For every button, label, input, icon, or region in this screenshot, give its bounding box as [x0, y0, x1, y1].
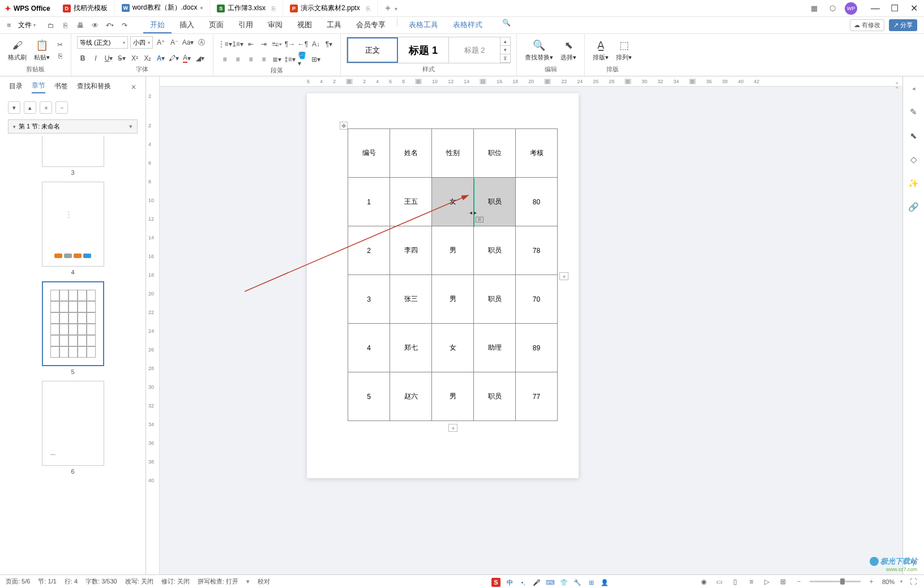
thumb-page-5[interactable]: [42, 281, 104, 366]
view-outline-icon[interactable]: ≡: [746, 577, 756, 587]
tab-view[interactable]: 视图: [290, 18, 319, 33]
link-tool-icon[interactable]: 🔗: [908, 201, 920, 213]
tab-review[interactable]: 审阅: [261, 18, 289, 33]
collapse-tool-icon[interactable]: ▾: [8, 101, 20, 114]
clear-format-icon[interactable]: Ⓐ: [196, 37, 207, 48]
tab-icon[interactable]: ⭾▾: [271, 38, 283, 50]
arrange-button[interactable]: ⬚排列▾: [614, 37, 634, 63]
add-row-button[interactable]: ＋: [448, 424, 457, 432]
outdent-icon[interactable]: ⇤: [245, 38, 256, 50]
table-cell[interactable]: 2: [348, 226, 390, 275]
table-cell[interactable]: 职员: [474, 372, 516, 421]
decrease-font-icon[interactable]: A⁻: [169, 37, 180, 48]
font-color-button[interactable]: A▾: [181, 53, 192, 64]
shape-tool-icon[interactable]: ◇: [908, 153, 920, 166]
new-tab-button[interactable]: ＋ ▾: [378, 0, 403, 16]
font-size-select[interactable]: 小四▾: [130, 36, 153, 49]
ime-keyboard-icon[interactable]: ⌨: [546, 578, 555, 587]
ime-skin-icon[interactable]: 👕: [559, 578, 568, 587]
ime-tool-icon[interactable]: 🔧: [573, 578, 582, 587]
view-web-icon[interactable]: ▷: [762, 577, 772, 587]
document-scroll[interactable]: 642 ⊞ 246 8 ⊞ 101214 ⊟ 161820 ⊞ 22242628…: [160, 76, 902, 574]
font-family-select[interactable]: 等线 (正文)▾: [77, 36, 128, 49]
copy-icon[interactable]: ⎘: [55, 51, 65, 61]
style-down-icon[interactable]: ▾: [500, 46, 510, 54]
ime-user-icon[interactable]: 👤: [600, 578, 609, 587]
fullscreen-icon[interactable]: ⛶: [908, 577, 918, 587]
distribute-icon[interactable]: ≣▾: [271, 54, 283, 65]
paste-button[interactable]: 📋粘贴▾: [32, 37, 52, 63]
style-heading1[interactable]: 标题 1: [398, 37, 449, 63]
select-button[interactable]: ⬉选择▾: [558, 37, 579, 63]
style-more-icon[interactable]: ⊻: [500, 54, 510, 63]
shading-button[interactable]: ◢▾: [194, 53, 206, 64]
header-cell[interactable]: 性别: [432, 129, 474, 178]
nav-tab-toc[interactable]: 目录: [9, 81, 23, 93]
redo-icon[interactable]: ↷: [119, 20, 130, 31]
add-tool-icon[interactable]: ＋: [40, 101, 52, 114]
table-cell[interactable]: 89: [516, 324, 558, 372]
number-list-icon[interactable]: 1≡▾: [232, 38, 243, 50]
marks-icon[interactable]: ¶▾: [323, 38, 335, 50]
table-cell[interactable]: 80: [516, 178, 558, 226]
tab-page[interactable]: 页面: [202, 18, 230, 33]
style-normal[interactable]: 正文: [347, 37, 398, 63]
cube-icon[interactable]: ⬡: [827, 3, 838, 14]
table-cell[interactable]: 5: [348, 372, 390, 421]
find-replace-button[interactable]: 🔍查找替换▾: [523, 37, 555, 63]
ime-logo-icon[interactable]: S: [491, 578, 500, 587]
tab-table-tools[interactable]: 表格工具: [402, 18, 445, 33]
view-focus-icon[interactable]: ◉: [699, 577, 709, 587]
header-cell[interactable]: 考核: [516, 129, 558, 178]
tab-word-doc[interactable]: Wword教程（新）.docx•: [115, 0, 211, 16]
ime-lang-icon[interactable]: 中: [505, 578, 514, 587]
tab-pin-icon[interactable]: ⎘: [272, 5, 276, 12]
settings-tool-icon[interactable]: ✨: [908, 177, 920, 190]
status-spell[interactable]: 拼写检查: 打开: [198, 577, 238, 586]
status-row[interactable]: 行: 4: [65, 577, 78, 586]
select-tool-icon[interactable]: ⬉: [908, 130, 920, 142]
remove-tool-icon[interactable]: －: [55, 101, 68, 114]
section-selector[interactable]: 第 1 节: 未命名 ▾: [8, 119, 138, 134]
change-case-icon[interactable]: Aa▾: [182, 37, 194, 48]
column-border-cursor[interactable]: [473, 178, 474, 227]
prev-tool-icon[interactable]: ▴: [24, 101, 36, 114]
tab-table-style[interactable]: 表格样式: [446, 18, 489, 33]
edit-tool-icon[interactable]: ✎: [908, 106, 920, 118]
tab-template[interactable]: D找稻壳模板: [56, 0, 115, 16]
status-section[interactable]: 节: 1/1: [38, 577, 56, 586]
menu-icon[interactable]: ≡: [7, 21, 11, 29]
nav-tab-find[interactable]: 查找和替换: [77, 81, 111, 93]
line-spacing-icon[interactable]: ‡≡▾: [284, 54, 296, 65]
table-cell[interactable]: 职员: [474, 226, 516, 275]
ime-grid-icon[interactable]: ⊞: [587, 578, 596, 587]
tab-vip[interactable]: 会员专享: [349, 18, 392, 33]
style-heading2[interactable]: 标题 2: [449, 37, 500, 63]
undo-icon[interactable]: ↶▾: [105, 20, 115, 31]
thumb-page-3[interactable]: [42, 136, 104, 167]
table-cell-selected[interactable]: 女: [432, 178, 474, 226]
collapse-up-icon[interactable]: ⌃: [895, 86, 899, 92]
tab-home[interactable]: 开始: [143, 18, 172, 33]
table-cell[interactable]: 李四: [390, 226, 432, 275]
zoom-out-icon[interactable]: －: [794, 577, 804, 587]
table-move-handle-icon[interactable]: ✥: [340, 122, 348, 130]
highlight-button[interactable]: 🖍▾: [168, 53, 179, 64]
border-icon[interactable]: ⊞▾: [310, 54, 322, 65]
table-cell[interactable]: 郑七: [390, 324, 432, 372]
tab-excel[interactable]: S工作簿3.xlsx⎘: [210, 0, 283, 16]
style-up-icon[interactable]: ▴: [500, 37, 510, 46]
status-words[interactable]: 字数: 3/530: [85, 577, 117, 586]
thumb-page-4[interactable]: ━━━: [42, 182, 104, 267]
preview-icon[interactable]: 👁: [90, 20, 100, 31]
thumb-page-6[interactable]: ━━━: [42, 381, 104, 466]
align-right-icon[interactable]: ≡: [245, 54, 256, 65]
tab-insert[interactable]: 插入: [173, 18, 201, 33]
view-read-icon[interactable]: ▭: [715, 577, 725, 587]
ime-punct-icon[interactable]: •,: [519, 578, 528, 587]
table-cell[interactable]: 3: [348, 275, 390, 324]
table-cell[interactable]: 张三: [390, 275, 432, 324]
zoom-slider[interactable]: [810, 581, 861, 582]
tab-reference[interactable]: 引用: [232, 18, 260, 33]
collapse-down-icon[interactable]: ⌄: [895, 79, 899, 85]
